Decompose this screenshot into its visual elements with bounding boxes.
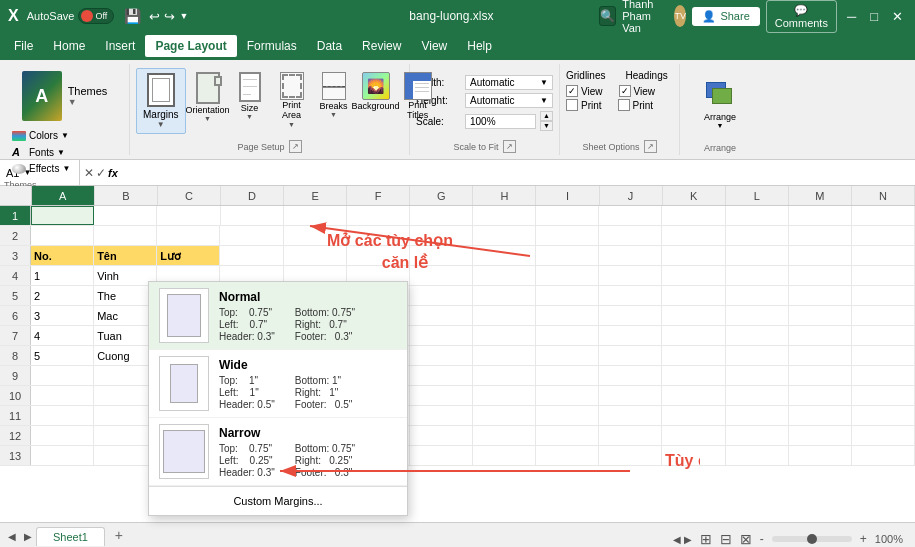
cell-m1[interactable]	[789, 206, 852, 225]
cell-l1[interactable]	[726, 206, 789, 225]
cell-g1[interactable]	[410, 206, 473, 225]
cell-k6[interactable]	[662, 306, 725, 325]
cell-h7[interactable]	[473, 326, 536, 345]
cell-a8[interactable]: 5	[31, 346, 94, 365]
cell-j3[interactable]	[599, 246, 662, 265]
cell-d2[interactable]	[220, 226, 283, 245]
cell-k8[interactable]	[662, 346, 725, 365]
close-icon[interactable]: ✕	[888, 9, 907, 24]
menu-formulas[interactable]: Formulas	[237, 35, 307, 57]
cell-m8[interactable]	[789, 346, 852, 365]
cell-i3[interactable]	[536, 246, 599, 265]
effects-button[interactable]: Effects ▼	[8, 161, 121, 176]
cell-h4[interactable]	[473, 266, 536, 285]
size-button[interactable]: Size ▼	[230, 68, 270, 124]
autosave-toggle[interactable]: Off	[78, 8, 114, 24]
arrange-button[interactable]: Arrange ▼	[700, 78, 740, 131]
cell-k3[interactable]	[662, 246, 725, 265]
scale-input[interactable]: 100%	[465, 114, 536, 129]
cell-g8[interactable]	[410, 346, 473, 365]
menu-help[interactable]: Help	[457, 35, 502, 57]
cell-m2[interactable]	[789, 226, 852, 245]
cell-m3[interactable]	[789, 246, 852, 265]
cell-n5[interactable]	[852, 286, 915, 305]
cell-j7[interactable]	[599, 326, 662, 345]
cell-h6[interactable]	[473, 306, 536, 325]
scale-to-fit-expand-icon[interactable]: ↗	[503, 140, 516, 153]
minimize-icon[interactable]: ─	[843, 9, 860, 24]
cell-e3[interactable]	[284, 246, 347, 265]
cell-f1[interactable]	[347, 206, 410, 225]
menu-data[interactable]: Data	[307, 35, 352, 57]
cell-k5[interactable]	[662, 286, 725, 305]
cell-a7[interactable]: 4	[31, 326, 94, 345]
cell-n2[interactable]	[852, 226, 915, 245]
view-normal-icon[interactable]: ⊞	[700, 531, 712, 547]
col-header-e[interactable]: E	[284, 186, 347, 205]
col-header-l[interactable]: L	[726, 186, 789, 205]
cell-j8[interactable]	[599, 346, 662, 365]
col-header-d[interactable]: D	[221, 186, 284, 205]
page-setup-expand-icon[interactable]: ↗	[289, 140, 302, 153]
margin-option-narrow[interactable]: Narrow Top: 0.75" Left: 0.25" Header: 0.…	[149, 418, 407, 486]
cell-g4[interactable]	[410, 266, 473, 285]
cell-k4[interactable]	[662, 266, 725, 285]
menu-insert[interactable]: Insert	[95, 35, 145, 57]
fonts-button[interactable]: A Fonts ▼	[8, 144, 121, 160]
cell-n6[interactable]	[852, 306, 915, 325]
cell-h8[interactable]	[473, 346, 536, 365]
cell-c3[interactable]: Lươ	[157, 246, 220, 265]
print-area-button[interactable]: PrintArea ▼	[272, 68, 312, 132]
headings-view-checkbox[interactable]: ✓ View	[619, 85, 656, 97]
cell-l8[interactable]	[726, 346, 789, 365]
col-header-n[interactable]: N	[852, 186, 915, 205]
cell-e2[interactable]	[284, 226, 347, 245]
breaks-button[interactable]: Breaks ▼	[314, 68, 354, 122]
view-preview-icon[interactable]: ⊠	[740, 531, 752, 547]
scroll-left-icon[interactable]: ◀	[4, 531, 20, 542]
cell-f2[interactable]	[347, 226, 410, 245]
cell-b2[interactable]	[94, 226, 157, 245]
menu-view[interactable]: View	[411, 35, 457, 57]
cell-a3[interactable]: No.	[31, 246, 94, 265]
cell-e1[interactable]	[284, 206, 347, 225]
cell-j2[interactable]	[599, 226, 662, 245]
cell-n7[interactable]	[852, 326, 915, 345]
cell-b3[interactable]: Tên	[94, 246, 157, 265]
cell-i8[interactable]	[536, 346, 599, 365]
col-header-k[interactable]: K	[663, 186, 726, 205]
redo-icon[interactable]: ↪	[164, 9, 175, 24]
colors-button[interactable]: Colors ▼	[8, 128, 121, 143]
col-header-i[interactable]: I	[536, 186, 599, 205]
menu-review[interactable]: Review	[352, 35, 411, 57]
background-button[interactable]: 🌄 Background	[356, 68, 396, 115]
width-dropdown[interactable]: Automatic ▼	[465, 75, 553, 90]
cell-i1[interactable]	[536, 206, 599, 225]
cell-a1[interactable]	[31, 206, 94, 225]
cell-g2[interactable]	[410, 226, 473, 245]
cell-h1[interactable]	[473, 206, 536, 225]
col-header-g[interactable]: G	[410, 186, 473, 205]
gridlines-view-checkbox[interactable]: ✓ View	[566, 85, 603, 97]
cell-i6[interactable]	[536, 306, 599, 325]
cell-m7[interactable]	[789, 326, 852, 345]
cell-k1[interactable]	[662, 206, 725, 225]
cell-n1[interactable]	[852, 206, 915, 225]
cell-h3[interactable]	[473, 246, 536, 265]
cell-a2[interactable]	[31, 226, 94, 245]
col-header-c[interactable]: C	[158, 186, 221, 205]
col-header-m[interactable]: M	[789, 186, 852, 205]
cell-i7[interactable]	[536, 326, 599, 345]
cell-n8[interactable]	[852, 346, 915, 365]
cell-g7[interactable]	[410, 326, 473, 345]
menu-file[interactable]: File	[4, 35, 43, 57]
cell-l4[interactable]	[726, 266, 789, 285]
cell-h2[interactable]	[473, 226, 536, 245]
share-button[interactable]: 👤 Share	[692, 7, 759, 26]
sheet-options-expand-icon[interactable]: ↗	[644, 140, 657, 153]
cell-j4[interactable]	[599, 266, 662, 285]
cell-h5[interactable]	[473, 286, 536, 305]
cell-c1[interactable]	[157, 206, 220, 225]
cell-a4[interactable]: 1	[31, 266, 94, 285]
themes-button[interactable]: A Themes ▼	[4, 66, 125, 126]
